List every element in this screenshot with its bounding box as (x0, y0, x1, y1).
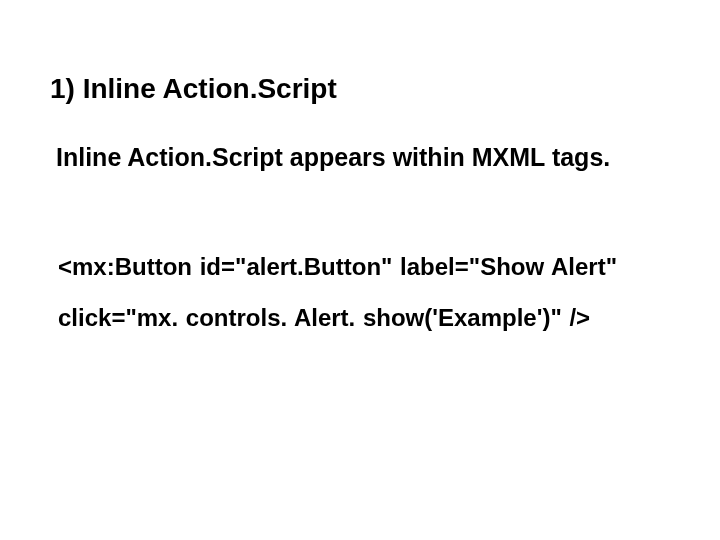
spacer (50, 173, 660, 251)
code-example-line-2: click="mx. controls. Alert. show('Exampl… (58, 302, 660, 333)
section-heading: 1) Inline Action.Script (50, 72, 660, 106)
slide: 1) Inline Action.Script Inline Action.Sc… (0, 0, 720, 540)
code-example-line-1: <mx:Button id="alert.Button" label="Show… (58, 251, 660, 282)
description-text: Inline Action.Script appears within MXML… (56, 142, 660, 173)
